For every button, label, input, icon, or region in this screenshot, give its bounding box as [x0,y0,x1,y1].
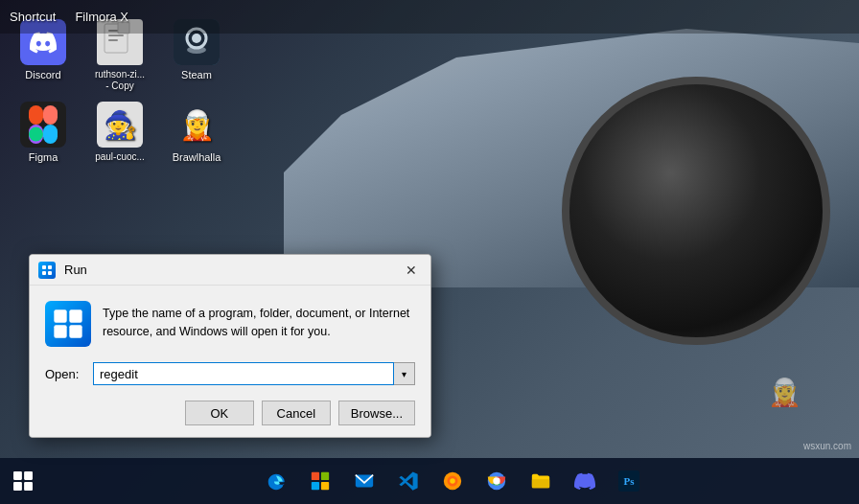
top-context-bar: Shortcut Filmora X [0,0,859,34]
dialog-close-button[interactable]: ✕ [400,259,423,282]
dialog-titlebar: Run ✕ [30,255,430,286]
desktop-icon-area: Discord ruthson-zi...- Copy [10,19,230,164]
taskbar-icon-group: Ps [46,460,859,502]
svg-rect-18 [54,309,66,322]
desktop-icon-figma[interactable]: Figma [10,102,77,164]
taskbar-edge[interactable] [255,460,297,502]
desktop-icon-brawlhalla[interactable]: 🧝 Brawlhalla [163,102,230,164]
taskbar-mail[interactable] [343,460,385,502]
dialog-buttons: OK Cancel Browse... [45,401,415,425]
svg-point-36 [493,477,499,484]
svg-rect-12 [43,125,58,144]
taskbar-firefox[interactable] [431,460,474,502]
dialog-title: Run [64,263,400,277]
figma-icon [20,102,66,148]
svg-rect-25 [24,482,33,491]
svg-rect-21 [69,325,81,337]
taskbar-chrome[interactable] [476,460,518,502]
browse-button[interactable]: Browse... [338,401,415,425]
svg-rect-29 [321,482,329,490]
shortcut-label: Shortcut [10,10,56,24]
figma-label: Figma [29,151,58,164]
run-title-icon [37,261,57,280]
paul-icon: 🧙 [97,102,143,148]
svg-rect-37 [532,479,549,488]
svg-point-7 [192,34,201,43]
svg-rect-9 [29,105,43,125]
ok-button[interactable]: OK [185,401,254,425]
svg-rect-23 [24,471,33,480]
open-label: Open: [45,367,85,381]
open-input[interactable] [93,362,394,385]
watermark: wsxun.com [803,441,851,451]
start-button[interactable] [0,458,46,504]
dialog-open-row: Open: ▾ [45,362,415,385]
svg-rect-19 [69,309,81,322]
svg-rect-2 [108,34,124,36]
desktop: Shortcut Filmora X Discord [0,0,859,504]
taskbar-discord[interactable] [564,460,606,502]
paul-label: paul-cuoc... [95,151,145,163]
desktop-icon-paul[interactable]: 🧙 paul-cuoc... [86,102,153,164]
svg-rect-24 [13,482,22,491]
svg-rect-3 [108,39,118,41]
svg-rect-28 [312,482,319,490]
svg-point-33 [450,478,455,484]
ruthson-label: ruthson-zi...- Copy [95,69,145,92]
svg-rect-14 [42,265,46,269]
taskbar-store[interactable] [299,460,341,502]
svg-rect-15 [48,265,52,269]
svg-rect-10 [43,105,58,125]
brawlhalla-label: Brawlhalla [173,151,221,164]
dialog-body: Type the name of a program, folder, docu… [30,286,430,437]
run-small-icon [38,262,56,279]
apuals-logo: 🧝 [768,377,801,408]
steam-label: Steam [181,69,212,81]
svg-rect-20 [54,325,66,337]
svg-rect-26 [312,472,319,480]
svg-point-13 [29,127,43,142]
filmorax-label: Filmora X [75,10,128,24]
taskbar: Ps [0,458,859,504]
dialog-description: Type the name of a program, folder, docu… [103,301,415,341]
run-big-icon [45,301,91,347]
dialog-content-row: Type the name of a program, folder, docu… [45,301,415,347]
car-wheel [562,77,830,345]
svg-point-8 [187,46,206,54]
taskbar-photoshop[interactable]: Ps [608,460,650,502]
open-input-wrapper: ▾ [93,362,415,385]
discord-label: Discord [25,69,60,81]
cancel-button[interactable]: Cancel [262,401,331,425]
taskbar-vscode[interactable] [387,460,430,502]
svg-rect-27 [321,472,329,480]
taskbar-explorer[interactable] [520,460,562,502]
svg-rect-16 [42,271,46,275]
svg-rect-22 [13,471,22,480]
run-dialog: Run ✕ Type the name of a program, folder… [29,254,431,438]
brawlhalla-icon: 🧝 [174,102,220,148]
open-dropdown-button[interactable]: ▾ [394,362,415,385]
desktop-icon-row-2: Figma 🧙 paul-cuoc... 🧝 Brawlhalla [10,102,230,164]
svg-rect-17 [48,271,52,275]
